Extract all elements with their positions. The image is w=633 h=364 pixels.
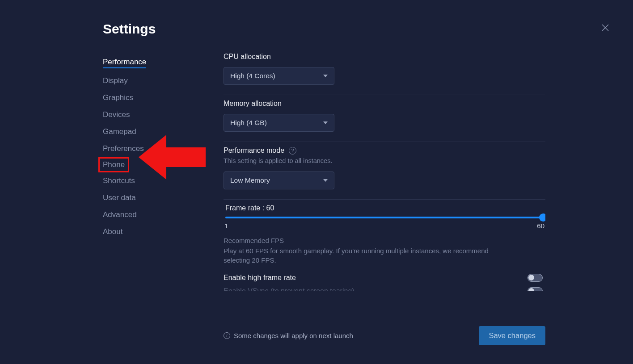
sidebar-item-label: User data: [103, 193, 136, 202]
sidebar-item-label: Phone: [103, 160, 125, 169]
info-icon: i: [224, 332, 230, 339]
performance-mode-sublabel: This setting is applied to all instances…: [224, 157, 545, 164]
cpu-allocation-label: CPU allocation: [224, 53, 545, 61]
select-value: High (4 GB): [230, 119, 267, 127]
frame-rate-label: Frame rate : 60: [224, 204, 545, 212]
save-changes-button[interactable]: Save changes: [479, 326, 545, 345]
footer-note: i Some changes will apply on next launch: [224, 332, 353, 339]
memory-allocation-select[interactable]: High (4 GB): [224, 114, 334, 132]
cpu-allocation-select[interactable]: High (4 Cores): [224, 67, 334, 85]
close-icon: [601, 23, 610, 32]
slider-min: 1: [224, 222, 228, 230]
main-panel: CPU allocation High (4 Cores) Memory all…: [224, 53, 545, 359]
enable-high-frame-rate-row: Enable high frame rate: [224, 271, 545, 285]
sidebar-item-label: Shortcuts: [103, 176, 135, 185]
enable-vsync-toggle[interactable]: [528, 287, 543, 291]
sidebar-item-user-data[interactable]: User data: [103, 189, 136, 206]
slider-range-labels: 1 60: [224, 221, 545, 237]
select-value: High (4 Cores): [230, 72, 275, 80]
memory-allocation-label: Memory allocation: [224, 100, 545, 108]
performance-mode-label: Performance mode ?: [224, 146, 545, 155]
sidebar-item-performance[interactable]: Performance: [103, 54, 146, 72]
sidebar-item-advanced[interactable]: Advanced: [103, 206, 137, 223]
sidebar-item-phone[interactable]: Phone: [98, 157, 129, 172]
sidebar-item-shortcuts[interactable]: Shortcuts: [103, 172, 135, 189]
sidebar-item-label: Graphics: [103, 93, 133, 102]
sidebar-item-devices[interactable]: Devices: [103, 106, 130, 123]
toggle-label: Enable VSync (to prevent screen tearing): [224, 287, 354, 291]
sidebar-item-preferences[interactable]: Preferences: [103, 140, 144, 157]
select-value: Low Memory: [230, 176, 270, 184]
chevron-down-icon: [323, 121, 328, 124]
sidebar-item-gamepad[interactable]: Gamepad: [103, 123, 136, 140]
performance-mode-select[interactable]: Low Memory: [224, 172, 334, 189]
sidebar-item-label: About: [103, 227, 122, 236]
slider-thumb[interactable]: [539, 213, 545, 222]
sidebar: Performance Display Graphics Devices Gam…: [103, 53, 206, 359]
enable-vsync-row: Enable VSync (to prevent screen tearing): [224, 285, 545, 291]
chevron-down-icon: [323, 179, 328, 182]
sidebar-item-graphics[interactable]: Graphics: [103, 89, 133, 106]
slider-max: 60: [537, 222, 544, 230]
sidebar-item-label: Preferences: [103, 144, 144, 153]
toggle-label: Enable high frame rate: [224, 274, 296, 282]
close-button[interactable]: [599, 21, 612, 34]
recommended-fps-title: Recommended FPS: [224, 237, 545, 244]
help-icon[interactable]: ?: [289, 147, 296, 155]
enable-high-frame-rate-toggle[interactable]: [528, 274, 543, 282]
sidebar-item-label: Advanced: [103, 210, 137, 219]
sidebar-item-label: Gamepad: [103, 127, 136, 136]
sidebar-item-label: Devices: [103, 110, 130, 119]
frame-rate-slider[interactable]: [225, 217, 544, 218]
chevron-down-icon: [323, 75, 328, 77]
sidebar-item-label: Performance: [103, 58, 146, 66]
sidebar-item-label: Display: [103, 76, 128, 85]
sidebar-item-display[interactable]: Display: [103, 72, 128, 89]
recommended-fps-text: Play at 60 FPS for smooth gameplay. If y…: [224, 246, 510, 265]
page-title: Settings: [103, 21, 608, 37]
sidebar-item-about[interactable]: About: [103, 223, 122, 240]
